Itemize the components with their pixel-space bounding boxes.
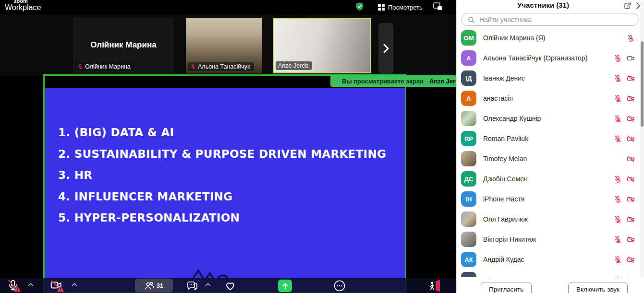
search-box[interactable] (461, 13, 639, 26)
participant-row[interactable]: А анастасія (457, 88, 641, 108)
reactions-button[interactable] (224, 280, 236, 293)
participant-name: Roman Pavliuk (483, 135, 600, 142)
participant-name: Timofey Melan (483, 155, 600, 163)
participants-panel: Участники (31) ОМ Олійник Марина (Я) А А… (456, 0, 644, 293)
grid-view-icon (378, 4, 385, 11)
leave-meeting-button[interactable] (428, 280, 441, 293)
participant-name: Андрій Кудас (483, 256, 600, 263)
camera-off-icon (627, 235, 635, 244)
unmute-all-button[interactable]: Включить звук (568, 282, 628, 293)
meeting-toolbar: 31 (0, 278, 456, 293)
mic-muted-icon (614, 135, 622, 143)
avatar-photo (461, 211, 476, 227)
invite-button[interactable]: Пригласить (481, 282, 532, 293)
avatar: ІН (461, 191, 476, 207)
viewing-screen-banner: Вы просматриваете экран Anze Jereb (330, 75, 456, 87)
more-button[interactable] (334, 280, 345, 293)
participant-row[interactable]: ІД Іванюк Денис (457, 68, 641, 88)
participant-row[interactable]: А Альона Танасійчук (Организатор) (457, 48, 641, 68)
participant-row[interactable]: АК Андрій Кудас (457, 249, 641, 270)
avatar: А (461, 50, 476, 66)
search-participant-input[interactable] (479, 16, 619, 23)
avatar-photo (461, 232, 476, 247)
view-label: Посмотреть (388, 4, 423, 11)
participant-row[interactable]: RP Roman Pavliuk (457, 129, 641, 149)
mic-muted-icon (614, 235, 622, 244)
ellipsis-icon (334, 280, 345, 292)
slide-item: 2. SUSTAINABILITY & PURPOSE DRIVEN MARKE… (58, 143, 386, 165)
participant-row[interactable]: Олександр Кушнір (457, 108, 641, 129)
participant-list: ОМ Олійник Марина (Я) А Альона Танасійчу… (457, 28, 641, 290)
participant-name: Іванюк Денис (483, 74, 600, 82)
participant-name: Альона Танасійчук (Организатор) (483, 54, 600, 62)
meeting-stage: zoom Workplace Посмотреть Олійник Марина… (0, 0, 456, 293)
panel-title: Участники (31) (457, 1, 630, 9)
share-screen-button[interactable] (278, 280, 292, 292)
participant-name: Вікторія Никитюк (483, 235, 600, 243)
mute-button[interactable] (7, 279, 19, 293)
tile-display-name: Олійник Марина (73, 40, 174, 50)
participant-row[interactable]: Оля Гаврилюк (457, 209, 641, 229)
picture-in-picture-icon[interactable] (433, 2, 443, 12)
video-options-caret[interactable] (71, 282, 78, 287)
participant-name: Олександр Кушнір (483, 115, 600, 122)
banner-presenter: Anze Jereb (429, 78, 456, 85)
panel-footer: Пригласить Включить звук (457, 277, 644, 293)
participants-button[interactable]: 31 (135, 279, 173, 293)
participant-row[interactable]: Timofey Melan (457, 149, 641, 169)
chevron-right-icon (382, 43, 390, 54)
meeting-topbar: zoom Workplace Посмотреть (0, 0, 456, 14)
camera-off-icon (627, 115, 635, 123)
camera-on-icon (627, 54, 635, 62)
avatar: ІД (461, 70, 476, 86)
video-strip: Олійник Марина Олійник Марина Альона Тан… (0, 14, 456, 76)
participant-row[interactable]: ІН iPhone Настя (457, 189, 641, 209)
presentation-slide: 1. (BIG) DATA & AI 2. SUSTAINABILITY & P… (45, 88, 405, 292)
participant-name: анастасія (483, 94, 600, 102)
chat-options-caret[interactable] (204, 282, 212, 287)
security-shield-icon[interactable] (355, 2, 364, 13)
video-button[interactable] (49, 279, 63, 293)
participant-row[interactable]: ДС Дзюбін Семен (457, 169, 641, 189)
participant-name: Дзюбін Семен (483, 175, 600, 183)
participant-row[interactable]: ОМ Олійник Марина (Я) (457, 28, 641, 48)
mic-muted-icon (614, 54, 622, 62)
shared-screen-region: 1. (BIG) DATA & AI 2. SUSTAINABILITY & P… (43, 74, 406, 293)
tile-name-label: Альона Танасійчук (188, 62, 254, 71)
slide-item: 4. INFLUENCER MARKETING (58, 186, 386, 208)
video-tile-oliinyk[interactable]: Олійник Марина Олійник Марина (73, 18, 174, 73)
participant-name: iPhone Настя (483, 195, 600, 203)
mic-options-caret[interactable] (27, 282, 35, 287)
camera-off-icon (627, 155, 635, 163)
mic-muted-icon (627, 34, 635, 42)
panel-scrollbar-thumb[interactable] (641, 41, 644, 127)
banner-text: Вы просматриваете экран (342, 78, 424, 85)
popout-panel-icon[interactable] (623, 2, 632, 12)
avatar: А (461, 91, 476, 106)
camera-off-icon (627, 195, 635, 203)
chat-button[interactable] (186, 280, 198, 293)
audio-warning-icon (13, 285, 21, 292)
camera-off-icon (627, 256, 635, 264)
participant-row[interactable]: Вікторія Никитюк (457, 229, 641, 249)
avatar-photo (461, 111, 476, 126)
next-videos-button[interactable] (378, 23, 393, 74)
heart-icon (224, 280, 236, 291)
mic-muted-icon (614, 195, 622, 203)
mic-muted-icon (614, 74, 622, 82)
video-tile-tanasiichuk[interactable]: Альона Танасійчук (186, 18, 262, 73)
view-button[interactable]: Посмотреть (378, 4, 423, 11)
avatar-photo (461, 151, 476, 166)
camera-off-icon (627, 175, 635, 183)
camera-off-icon (627, 215, 635, 223)
participants-icon (145, 281, 154, 290)
video-tile-anze-jereb-active[interactable]: Anze Jereb (273, 18, 371, 73)
mic-muted-icon (614, 256, 622, 264)
avatar: ДС (461, 171, 476, 187)
mic-muted-icon (190, 64, 196, 70)
camera-off-icon (627, 94, 635, 103)
video-warning-icon (57, 285, 64, 292)
avatar: АК (461, 252, 476, 267)
avatar: ОМ (461, 30, 476, 46)
mic-muted-icon (614, 94, 622, 103)
